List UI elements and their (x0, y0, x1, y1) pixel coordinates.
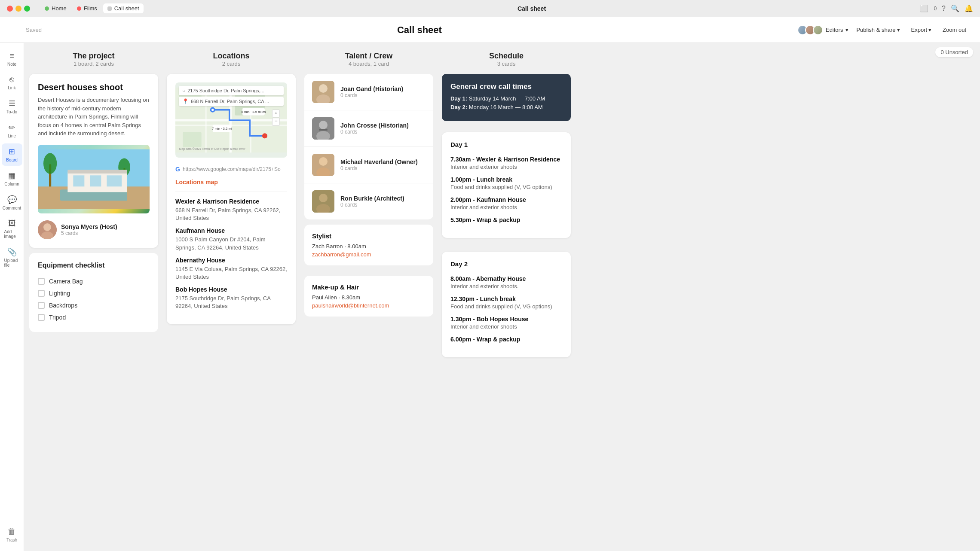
search-loc2: 668 N Farrell Dr, Palm Springs, CA ... (191, 99, 269, 104)
board-icon: ⊞ (9, 147, 15, 156)
editors-button[interactable]: Editors ▾ (797, 25, 848, 35)
line-icon: ✏ (9, 123, 15, 132)
svg-text:8 min · 3.5 miles: 8 min · 3.5 miles (242, 110, 266, 114)
day1-schedule-card: Day 1 7.30am - Wexler & Harrison Residen… (442, 132, 571, 238)
talent-name-michael: Michael Haverland (Owner) (340, 158, 418, 165)
tab-home[interactable]: Home (40, 3, 71, 13)
talent-cards-joan: 0 cards (340, 92, 403, 98)
talent-name-ron: Ron Burkle (Architect) (340, 195, 404, 202)
svg-rect-8 (67, 170, 127, 174)
sidebar-item-note[interactable]: ≡ Note (2, 48, 22, 70)
search-loc-icon: ○ (182, 88, 185, 94)
checkbox-backdrops[interactable] (38, 302, 45, 309)
schedule-column-header: Schedule 3 cards (442, 52, 571, 67)
app-header: Saved Call sheet Editors ▾ Publish & sha… (0, 17, 980, 43)
desert-houses-title: Desert houses shoot (38, 82, 150, 92)
checkbox-tripod[interactable] (38, 314, 45, 321)
comment-icon: 💬 (7, 195, 17, 204)
checkbox-lighting[interactable] (38, 290, 45, 297)
svg-point-47 (319, 194, 328, 202)
locations-subtitle: 2 cards (167, 61, 296, 67)
schedule-time-day2-3: 6.00pm - Wrap & packup (450, 336, 562, 343)
sidebar-item-board[interactable]: ⊞ Board (2, 143, 22, 166)
bell-icon[interactable]: 🔔 (965, 4, 973, 12)
link-icon: ⎋ (9, 75, 14, 84)
sidebar-trash[interactable]: 🗑 Trash (4, 523, 20, 546)
talent-subtitle: 4 boards, 1 card (304, 61, 433, 67)
schedule-item-day2-2: 1.30pm - Bob Hopes House Interior and ex… (450, 316, 562, 330)
sidebar-item-upload[interactable]: 📎 Upload file (2, 244, 22, 271)
location-name-1: Kaufmann House (175, 227, 287, 234)
svg-rect-10 (90, 175, 101, 186)
schedule-desc-day1-1: Food and drinks supplied (V, VG options) (450, 184, 562, 190)
publish-share-button[interactable]: Publish & share ▾ (853, 25, 903, 35)
talent-row-3: Ron Burkle (Architect) 0 cards (304, 183, 433, 219)
makeup-email[interactable]: paulshairworld@btinternet.com (312, 302, 426, 309)
talent-row-1: John Crosse (Historian) 0 cards (304, 110, 433, 147)
schedule-item-day1-1: 1.00pm - Lunch break Food and drinks sup… (450, 176, 562, 190)
zoom-out-button[interactable]: Zoom out (939, 25, 970, 35)
locations-list: Wexler & Harrison Residence 668 N Farrel… (175, 192, 287, 311)
question-icon[interactable]: ? (942, 5, 946, 12)
sidebar-item-link[interactable]: ⎋ Link (2, 72, 22, 94)
badge-count: 0 (934, 6, 937, 12)
tab-callsheet[interactable]: Call sheet (103, 3, 144, 13)
saved-label: Saved (26, 27, 42, 33)
checklist-item-backdrops: Backdrops (38, 299, 150, 311)
films-dot (77, 6, 81, 11)
trash-icon: 🗑 (7, 527, 16, 536)
tab-films[interactable]: Films (73, 3, 101, 13)
stylist-role: Stylist (312, 232, 426, 240)
titlebar: Home Films Call sheet Call sheet ⬜ 0 ? 🔍… (0, 0, 980, 17)
tablet-icon: ⬜ (920, 4, 928, 12)
svg-point-44 (319, 157, 328, 166)
talent-info-ron: Ron Burkle (Architect) 0 cards (340, 195, 404, 208)
export-button[interactable]: Export ▾ (908, 25, 935, 35)
editors-chevron: ▾ (845, 27, 848, 33)
map-container: 8 min · 3.5 miles 7 min · 3.2 mi + − Map… (175, 82, 287, 158)
general-calltime-card: General crew call times Day 1: Saturday … (442, 74, 571, 121)
stylist-email[interactable]: zachbarron@gmail.com (312, 251, 426, 258)
locations-column-header: Locations 2 cards (167, 52, 296, 67)
map-url-row: G https://www.google.com/maps/dir/2175+S… (175, 163, 287, 175)
checkbox-camerabag[interactable] (38, 278, 45, 285)
svg-point-2 (43, 153, 57, 174)
talent-avatar-michael (312, 154, 334, 176)
locations-column: Locations 2 cards (167, 52, 296, 324)
talent-card: Joan Gand (Historian) 0 cards (304, 74, 433, 219)
fullscreen-button[interactable] (24, 6, 30, 12)
sidebar-item-column[interactable]: ▦ Column (2, 167, 22, 190)
sidebar-item-todo[interactable]: ☰ To-do (2, 95, 22, 118)
sidebar-item-comment[interactable]: 💬 Comment (2, 192, 22, 214)
schedule-column: Schedule 3 cards General crew call times… (442, 52, 571, 366)
editor-avatar-3 (813, 25, 823, 35)
close-button[interactable] (7, 6, 13, 12)
schedule-time-day2-0: 8.00am - Abernathy House (450, 275, 562, 282)
schedule-time-day2-1: 12.30pm - Lunch break (450, 295, 562, 302)
sidebar-item-line[interactable]: ✏ Line (2, 119, 22, 142)
tab-callsheet-label: Call sheet (114, 5, 139, 12)
desert-houses-card: Desert houses shoot Desert Houses is a d… (29, 74, 158, 248)
talent-row-0: Joan Gand (Historian) 0 cards (304, 74, 433, 110)
upload-icon: 📎 (7, 247, 17, 257)
header-actions: Editors ▾ Publish & share ▾ Export ▾ Zoo… (797, 25, 970, 35)
locations-map-link[interactable]: Locations map (175, 179, 287, 186)
location-name-0: Wexler & Harrison Residence (175, 198, 287, 205)
makeup-card: Make-up & Hair Paul Allen · 8.30am pauls… (304, 276, 433, 317)
location-name-2: Abernathy House (175, 257, 287, 264)
schedule-item-day1-2: 2.00pm - Kaufmann House Interior and ext… (450, 196, 562, 210)
project-title: The project (29, 52, 158, 61)
talent-title: Talent / Crew (304, 52, 433, 61)
map-search-overlay: ○ 2175 Southridge Dr, Palm Springs,... 📍… (179, 86, 284, 106)
search-loc1: 2175 Southridge Dr, Palm Springs,... (187, 88, 264, 93)
schedule-desc-day2-0: Interior and exterior shoots. (450, 283, 562, 289)
svg-point-25 (262, 133, 267, 138)
schedule-desc-day2-2: Interior and exterior shoots (450, 323, 562, 330)
search-icon[interactable]: 🔍 (951, 4, 959, 12)
svg-rect-23 (183, 132, 201, 147)
host-cards: 5 cards (61, 230, 117, 236)
sidebar-item-addimage[interactable]: 🖼 Add image (2, 216, 22, 242)
label-lighting: Lighting (49, 290, 70, 297)
host-row: Sonya Myers (Host) 5 cards (38, 220, 150, 239)
minimize-button[interactable] (15, 6, 21, 12)
